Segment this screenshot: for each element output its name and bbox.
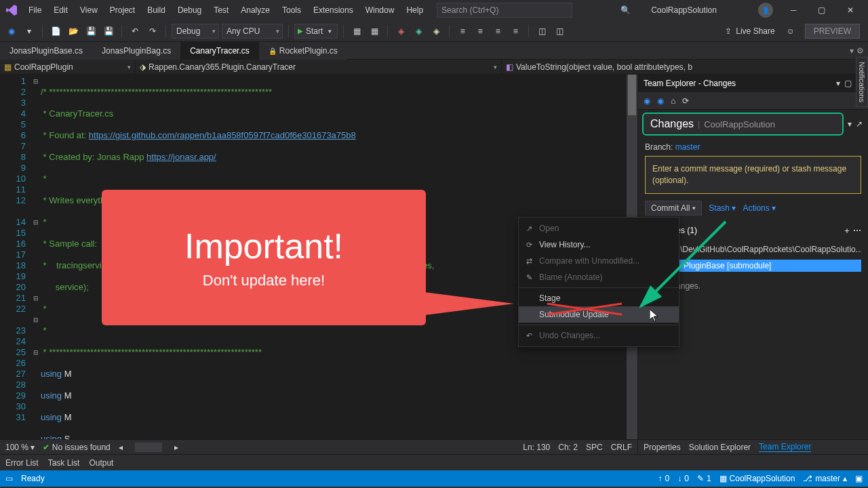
horizontal-scrollbar[interactable] [135,443,162,452]
te-dropdown-icon[interactable]: ▾ [836,79,840,88]
search-icon[interactable]: 🔍 [614,5,637,15]
avatar[interactable]: 👤 [758,3,773,18]
tb-icon-4[interactable]: ◈ [411,24,426,39]
tab-dropdown-icon[interactable]: ▾ [850,46,854,56]
hscroll-left-icon[interactable]: ◂ [119,443,123,452]
tab-output[interactable]: Output [89,458,113,468]
tb-icon-3[interactable]: ◈ [393,24,408,39]
tb-icon-9[interactable]: ≡ [508,24,523,39]
forward-icon[interactable]: ▾ [22,24,37,39]
cm-stage[interactable]: Stage [519,290,679,306]
te-popout-icon[interactable]: ↗ [856,119,863,129]
te-home-icon[interactable]: ⌂ [671,96,675,106]
tab-solution-explorer[interactable]: Solution Explorer [689,443,751,452]
tab-canarytracer[interactable]: CanaryTracer.cs [180,42,259,60]
menu-view[interactable]: View [75,3,103,18]
tab-properties[interactable]: Properties [644,443,681,452]
tab-rocketplugin[interactable]: 🔒RocketPlugin.cs [259,42,347,60]
minimize-button[interactable]: ─ [780,1,807,20]
tb-icon-1[interactable]: ▦ [349,24,364,39]
close-button[interactable]: ✕ [837,1,864,20]
tab-jonaspluginbase[interactable]: JonasPluginBase.cs [0,42,92,60]
tb-icon-11[interactable]: ◫ [552,24,567,39]
status-notify-icon[interactable]: ▣ [855,474,863,483]
menu-extensions[interactable]: Extensions [308,3,359,18]
commit-message-input[interactable]: Enter a commit message (required) or sta… [645,156,861,194]
issues-status[interactable]: ✔ No issues found [43,443,110,452]
tb-icon-5[interactable]: ◈ [429,24,443,39]
commit-all-button[interactable]: Commit All▾ [645,201,702,216]
open-icon[interactable]: 📂 [66,24,81,39]
menu-window[interactable]: Window [360,3,400,18]
editor-status-bar: 100 % ▾ ✔ No issues found ◂ ▸ Ln: 130 Ch… [0,439,637,454]
cm-view-history[interactable]: ⟳View History... [519,237,679,253]
te-refresh-icon[interactable]: ⟳ [682,96,689,106]
tab-jonaspluginbag[interactable]: JonasPluginBag.cs [92,42,180,60]
menu-help[interactable]: Help [401,3,429,18]
nav-member[interactable]: ◧ValueToString(object value, bool attrib… [502,60,868,74]
redo-icon[interactable]: ↷ [145,24,160,39]
menu-tools[interactable]: Tools [277,3,307,18]
menu-build[interactable]: Build [142,3,171,18]
menu-project[interactable]: Project [104,3,140,18]
status-push[interactable]: ↑ 0 [658,474,670,483]
nav-class[interactable]: ⬗Rappen.Canary365.Plugin.CanaryTracer [136,60,502,74]
status-changes[interactable]: ✎ 1 [697,474,711,483]
menu-debug[interactable]: Debug [172,3,207,18]
start-button[interactable]: ▶Start▾ [294,24,338,39]
branch-link[interactable]: master [675,142,701,152]
cm-compare[interactable]: ⇄Compare with Unmodified... [519,253,679,269]
add-icon[interactable]: ＋ [843,226,851,235]
status-branch[interactable]: ⎇ master ▴ [803,474,847,483]
nav-project[interactable]: ▦CoolRappPlugin [0,60,136,74]
cm-undo-changes[interactable]: ↶Undo Changes... [519,327,679,344]
new-icon[interactable]: 📄 [48,24,63,39]
te-back-icon[interactable]: ◉ [644,96,650,106]
fold-column[interactable]: ⊟⊟⊟⊟⊟ [31,75,41,439]
save-all-icon[interactable]: 💾 [101,24,116,39]
menu-edit[interactable]: Edit [48,3,73,18]
menu-analyze[interactable]: Analyze [235,3,275,18]
tb-icon-6[interactable]: ≡ [455,24,470,39]
more-icon[interactable]: ⋯ [853,226,861,235]
tab-gear-icon[interactable]: ⚙ [856,46,864,56]
branch-row: Branch: master [645,142,861,152]
callout-title: Important! [184,226,343,266]
zoom-combo[interactable]: 100 % ▾ [5,443,35,452]
actions-link[interactable]: Actions ▾ [743,203,776,213]
cm-open[interactable]: ↗Open [519,220,679,237]
tb-icon-2[interactable]: ▦ [367,24,382,39]
status-pull[interactable]: ↓ 0 [677,474,689,483]
stash-link[interactable]: Stash ▾ [709,203,736,213]
platform-combo[interactable]: Any CPU [222,24,283,39]
te-section-header[interactable]: Changes | CoolRappSolution [642,113,844,136]
te-pin-icon[interactable]: ▢ [844,79,852,88]
search-input[interactable]: Search (Ctrl+Q) [437,3,572,18]
feedback-icon[interactable]: ☺ [783,24,798,39]
save-icon[interactable]: 💾 [83,24,98,39]
config-combo[interactable]: Debug [172,24,219,39]
spc-indicator[interactable]: SPC [586,443,603,452]
undo-icon[interactable]: ↶ [127,24,142,39]
tab-error-list[interactable]: Error List [5,458,39,468]
hscroll-right-icon[interactable]: ▸ [174,443,178,452]
tb-icon-7[interactable]: ≡ [473,24,488,39]
live-share-button[interactable]: ⇪ Live Share [719,26,780,36]
cm-blame[interactable]: ✎Blame (Annotate) [519,269,679,285]
menu-file[interactable]: File [23,3,47,18]
tab-team-explorer[interactable]: Team Explorer [759,442,811,452]
tab-task-list[interactable]: Task List [48,458,80,468]
crlf-indicator[interactable]: CRLF [611,443,632,452]
tb-icon-10[interactable]: ◫ [534,24,549,39]
status-repo[interactable]: ▦ CoolRappSolution [719,474,795,483]
tb-icon-8[interactable]: ≡ [490,24,505,39]
back-icon[interactable]: ◉ [4,24,19,39]
menu-test[interactable]: Test [208,3,234,18]
te-section-dropdown-icon[interactable]: ▾ [848,119,852,129]
preview-button[interactable]: PREVIEW [805,24,860,39]
maximize-button[interactable]: ▢ [808,1,835,20]
te-fwd-icon[interactable]: ◉ [657,96,664,106]
notifications-tab[interactable]: Notifications [856,57,868,107]
annotation-callout: Important! Don't update here! [102,190,426,325]
cm-submodule-update[interactable]: Submodule Update [519,306,679,323]
